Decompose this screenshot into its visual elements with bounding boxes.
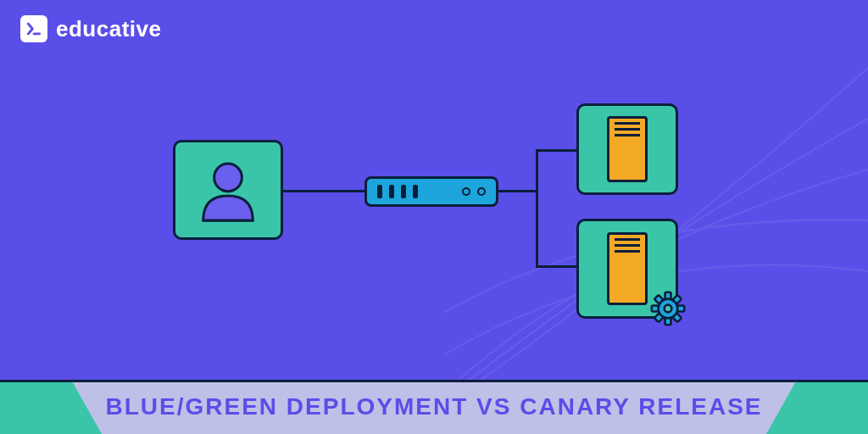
server-tower-icon xyxy=(607,116,648,182)
terminal-icon xyxy=(20,15,47,42)
switch-port xyxy=(401,185,406,198)
deployment-diagram xyxy=(0,119,868,339)
switch-led xyxy=(477,187,486,196)
user-icon xyxy=(192,153,264,226)
server-green-node xyxy=(576,219,678,319)
connector xyxy=(536,149,576,152)
switch-port xyxy=(413,185,418,198)
banner-title: BLUE/GREEN DEPLOYMENT VS CANARY RELEASE xyxy=(0,380,868,434)
server-tower-icon xyxy=(607,232,648,305)
connector xyxy=(498,190,538,192)
brand-name: educative xyxy=(56,16,161,42)
connector xyxy=(536,149,538,268)
svg-point-0 xyxy=(214,164,242,192)
load-balancer xyxy=(364,176,498,207)
user-node xyxy=(173,140,283,240)
switch-led xyxy=(462,187,470,196)
switch-port xyxy=(389,185,394,198)
gear-icon xyxy=(650,291,686,326)
connector xyxy=(536,265,576,268)
switch-port xyxy=(377,185,382,198)
connector xyxy=(283,190,364,192)
brand-logo: educative xyxy=(20,15,161,42)
title-banner: BLUE/GREEN DEPLOYMENT VS CANARY RELEASE xyxy=(0,380,868,434)
svg-point-10 xyxy=(665,305,672,313)
server-blue-node xyxy=(576,103,678,195)
